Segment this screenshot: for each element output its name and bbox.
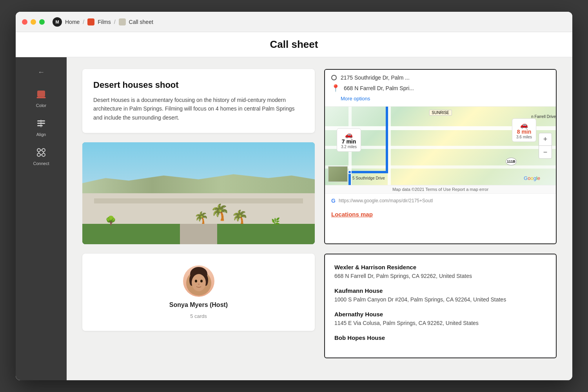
person-name: Sonya Myers (Host)	[169, 301, 228, 309]
palm-leaves-1: 🌴	[194, 212, 209, 224]
sidebar-tool-connect[interactable]: Connect	[25, 142, 57, 170]
breadcrumb-sep-1: /	[83, 19, 84, 25]
palm-2: 🌴	[210, 204, 230, 220]
destination-pin-icon: 📍	[331, 84, 340, 93]
location-name-2: Kaufmann House	[334, 287, 546, 294]
road-h3	[325, 165, 556, 169]
svg-point-21	[198, 284, 200, 285]
location-addr-3: 1145 E Via Colusa, Palm Springs, CA 9226…	[334, 319, 546, 327]
map-dest-row: 📍 668 N Farrell Dr, Palm Spri...	[331, 84, 550, 93]
breadcrumb-sep-2: /	[114, 19, 116, 25]
avatar	[183, 265, 214, 297]
google-g-icon: G	[331, 198, 336, 204]
origin-dot	[331, 75, 337, 80]
breadcrumb-home[interactable]: Home	[65, 19, 80, 25]
location-name-3: Abernathy House	[334, 311, 546, 318]
description-title: Desert houses shoot	[93, 80, 304, 90]
locations-map-link[interactable]: Locations map	[325, 208, 556, 221]
color-label: Color	[36, 103, 46, 108]
location-item-4: Bob Hopes House	[334, 334, 546, 341]
car-time-2: 8 min	[517, 129, 532, 135]
location-item-3: Abernathy House 1145 E Via Colusa, Palm …	[334, 311, 546, 327]
breadcrumb-callsheet[interactable]: Call sheet	[129, 19, 153, 25]
align-icon	[35, 117, 47, 130]
palm-1: 🌴	[194, 212, 209, 224]
sidebar-tool-align[interactable]: Align	[25, 113, 57, 141]
svg-point-9	[42, 153, 45, 156]
car-icon-2: 🚗	[520, 121, 528, 129]
tree-left: 🌳	[105, 216, 116, 226]
car-dist-2: 3.6 miles	[516, 135, 532, 139]
palm-3: 🌴	[231, 210, 249, 224]
align-label: Align	[36, 132, 46, 137]
svg-rect-5	[40, 120, 42, 127]
location-name-1: Wexler & Harrison Residence	[334, 264, 546, 270]
farrell-label: n Farrell Drive	[531, 114, 556, 119]
map-origin-row: 2175 Southridge Dr, Palm ...	[331, 74, 550, 81]
zoom-in-button[interactable]: +	[539, 133, 552, 146]
content-area: Desert houses shoot Desert Houses is a d…	[67, 57, 572, 380]
map-directions: 2175 Southridge Dr, Palm ... 📍 668 N Far…	[325, 70, 556, 107]
svg-rect-0	[37, 91, 45, 97]
map-thumbnail	[328, 166, 348, 182]
road-111b-badge: 111B	[506, 158, 517, 165]
location-item-2: Kaufmann House 1000 S Palm Canyon Dr #20…	[334, 287, 546, 304]
titlebar: M Home / Films / Call sheet	[16, 12, 572, 32]
location-item-1: Wexler & Harrison Residence 668 N Farrel…	[334, 264, 546, 280]
description-card: Desert houses shoot Desert Houses is a d…	[82, 69, 315, 133]
sidebar-tool-color[interactable]: Color	[25, 84, 57, 112]
car-icon-1: 🚗	[345, 131, 353, 138]
traffic-lights	[22, 19, 45, 25]
palm-leaves-2: 🌴	[210, 204, 230, 220]
palm-trees: 🌴 🌴 🌴	[194, 204, 249, 224]
minimize-button[interactable]	[31, 19, 36, 25]
svg-point-6	[37, 149, 40, 152]
svg-point-20	[200, 280, 203, 283]
svg-point-8	[37, 153, 40, 156]
map-embed-card: 2175 Southridge Dr, Palm ... 📍 668 N Far…	[324, 69, 557, 244]
map-dest-text: 668 N Farrell Dr, Palm Spri...	[344, 85, 414, 91]
tree-right: 🌿	[271, 217, 280, 226]
locations-card: Wexler & Harrison Residence 668 N Farrel…	[324, 254, 557, 358]
car-time-1: 7 min	[342, 138, 356, 145]
southridge-label: 5 Southridge Drive	[352, 176, 385, 180]
map-label-sunrise: SUNRISE	[429, 110, 452, 116]
zoom-out-button[interactable]: −	[539, 146, 552, 158]
page-title: Call sheet	[28, 38, 560, 51]
connect-label: Connect	[33, 161, 49, 166]
map-footer: Map data ©2021 Terms of Use Report a map…	[325, 185, 556, 193]
map-url: https://www.google.com/maps/dir/2175+Sou…	[339, 198, 433, 203]
page-title-bar: Call sheet	[16, 32, 572, 57]
person-cards-count: 5 cards	[190, 313, 207, 319]
location-name-4: Bob Hopes House	[334, 334, 546, 341]
google-logo: Google	[524, 175, 540, 181]
main-area: ← Color	[16, 57, 572, 380]
driveway	[180, 224, 217, 244]
svg-rect-4	[37, 125, 43, 126]
description-body: Desert Houses is a documentary focusing …	[93, 96, 304, 122]
maximize-button[interactable]	[39, 19, 45, 25]
svg-point-19	[195, 280, 197, 283]
map-more-options[interactable]: More options	[341, 96, 550, 102]
road-v2	[388, 107, 391, 185]
map-origin-text: 2175 Southridge Dr, Palm ...	[341, 74, 410, 81]
location-addr-1: 668 N Farrell Dr, Palm Springs, CA 92262…	[334, 272, 546, 280]
close-button[interactable]	[22, 19, 27, 25]
car-time-badge-1: 🚗 7 min 3.2 miles	[337, 128, 361, 152]
breadcrumb-films[interactable]: Films	[98, 19, 111, 25]
back-button[interactable]: ←	[16, 65, 67, 80]
sidebar: ← Color	[16, 57, 67, 380]
svg-point-18	[192, 274, 206, 291]
callsheet-icon	[119, 18, 126, 25]
breadcrumb: M Home / Films / Call sheet	[53, 17, 153, 27]
map-visual: SUNRISE n Farrell Drive	[325, 107, 556, 185]
home-icon[interactable]: M	[53, 17, 62, 27]
palm-leaves-3: 🌴	[231, 210, 249, 224]
person-card: Sonya Myers (Host) 5 cards	[82, 254, 315, 331]
map-url-bar: G https://www.google.com/maps/dir/2175+S…	[325, 193, 556, 208]
svg-point-7	[42, 149, 45, 152]
main-window: M Home / Films / Call sheet Call sheet ←	[16, 12, 572, 380]
car-dist-1: 3.2 miles	[341, 145, 357, 149]
route-h	[348, 171, 388, 173]
building-top	[94, 198, 303, 203]
